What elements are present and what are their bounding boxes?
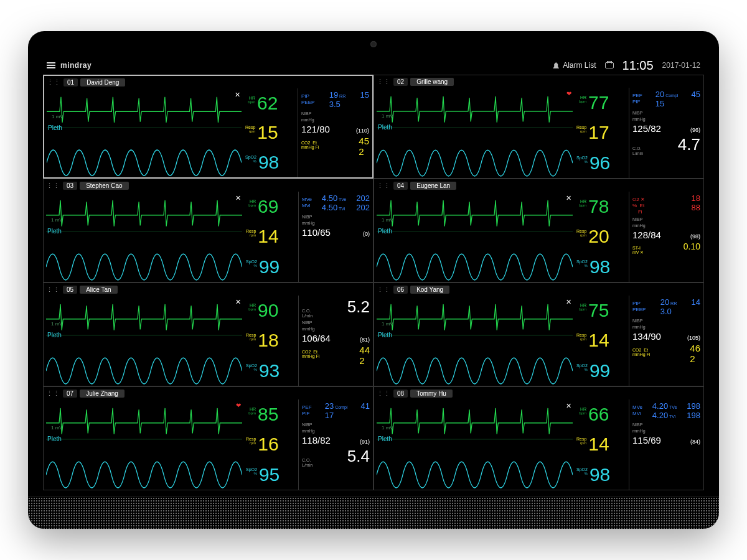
patient-grid: ⋮⋮ 01 David Deng 1 mV Pleth ✕ HRbpm 62 R… (43, 75, 704, 490)
drag-handle-icon[interactable]: ⋮⋮ (46, 390, 60, 398)
patient-name-chip[interactable]: Grille wang (410, 78, 454, 86)
vitals-column: HRbpm 77 Resprpm 17 SpO2% 96 (575, 88, 629, 178)
spo2-reading[interactable]: SpO2% 98 (245, 155, 296, 170)
secondary-panel[interactable]: PIPPEEP 20 RR3.0 14 NIBPmmHg 134/90 (105… (629, 296, 703, 386)
resp-reading[interactable]: Resprpm 16 (246, 437, 297, 452)
secondary-panel[interactable]: PEFPIF 20 Compl15 45 NIBPmmHg 125/82 (96… (629, 88, 703, 178)
waveform-area[interactable]: 1 mV Pleth ✕ (374, 192, 575, 282)
ecg-scale-label: 1 mV (52, 114, 63, 119)
tile-body: 1 mV Pleth ✕ HRbpm 90 Resprpm 18 SpO2% 9… (44, 296, 373, 386)
drag-handle-icon[interactable]: ⋮⋮ (46, 286, 60, 294)
patient-tile[interactable]: ⋮⋮ 07 Julie Zhang 1 mV Pleth ❤ HRbpm 85 … (43, 386, 374, 490)
drag-handle-icon[interactable]: ⋮⋮ (377, 390, 390, 398)
waveform-area[interactable]: 1 mV Pleth ❤ (374, 88, 575, 178)
resp-reading[interactable]: Resprpm 18 (246, 333, 297, 348)
resp-reading[interactable]: Resprpm 14 (246, 229, 297, 245)
patient-name-chip[interactable]: Julie Zhang (80, 390, 125, 398)
tile-body: 1 mV Pleth ✕ HRbpm 66 Resprpm 14 SpO2% 9… (374, 399, 703, 490)
patient-name-chip[interactable]: Tommy Hu (410, 390, 453, 398)
hr-reading[interactable]: HRbpm 69 (246, 199, 297, 215)
hr-reading[interactable]: HRbpm 85 (246, 407, 297, 422)
patient-name-chip[interactable]: David Deng (80, 78, 125, 86)
drag-handle-icon[interactable]: ⋮⋮ (46, 182, 60, 190)
resp-reading[interactable]: Resprpm 14 (576, 333, 627, 348)
hr-reading[interactable]: HRbpm 90 (246, 303, 297, 319)
waveform-area[interactable]: 1 mV Pleth ✕ (44, 296, 245, 386)
drag-handle-icon[interactable]: ⋮⋮ (377, 286, 390, 294)
bed-id-chip[interactable]: 03 (63, 182, 77, 190)
secondary-panel[interactable]: MVeMVi 4.20 TVe4.20 TVi 198198 NIBPmmHg … (629, 399, 703, 490)
spo2-reading[interactable]: SpO2% 98 (576, 259, 627, 275)
patient-tile[interactable]: ⋮⋮ 02 Grille wang 1 mV Pleth ❤ HRbpm 77 … (374, 75, 704, 179)
resp-reading[interactable]: Resprpm 14 (576, 437, 627, 452)
resp-reading[interactable]: Resprpm 17 (576, 125, 627, 141)
secondary-panel[interactable]: PEFPIF 23 Compl17 41 NIBPmmHg 118/82 (91… (298, 399, 373, 490)
hr-reading[interactable]: HRbpm 78 (576, 199, 627, 215)
waveform-area[interactable]: 1 mV Pleth ✕ (374, 399, 575, 490)
spo2-reading[interactable]: SpO2% 95 (246, 467, 297, 483)
screen: mindray Alarm List 11:05 2017-01-12 ⋮⋮ 0… (43, 56, 704, 490)
close-icon: ✕ (566, 194, 571, 202)
tile-header: ⋮⋮ 06 Kod Yang (374, 283, 703, 296)
secondary-panel[interactable]: O2 ✕% Et Fi 1888 NIBPmmHg 128/84 (98) ST… (629, 192, 703, 282)
pleth-label: Pleth (47, 436, 62, 442)
tile-body: 1 mV Pleth ✕ HRbpm 69 Resprpm 14 SpO2% 9… (44, 192, 373, 282)
close-icon: ✕ (566, 298, 571, 306)
hr-reading[interactable]: HRbpm 66 (576, 407, 627, 422)
tile-body: 1 mV Pleth ✕ HRbpm 75 Resprpm 14 SpO2% 9… (374, 296, 703, 386)
header-bar: mindray Alarm List 11:05 2017-01-12 (43, 56, 704, 75)
bed-id-chip[interactable]: 05 (63, 286, 77, 294)
spo2-reading[interactable]: SpO2% 99 (576, 363, 627, 379)
patient-tile[interactable]: ⋮⋮ 03 Stephen Cao 1 mV Pleth ✕ HRbpm 69 … (43, 179, 374, 282)
spo2-reading[interactable]: SpO2% 98 (576, 467, 627, 483)
patient-tile[interactable]: ⋮⋮ 04 Eugene Lan 1 mV Pleth ✕ HRbpm 78 R… (374, 179, 704, 282)
patient-name-chip[interactable]: Stephen Cao (80, 182, 128, 190)
drag-handle-icon[interactable]: ⋮⋮ (47, 78, 60, 86)
spo2-reading[interactable]: SpO2% 93 (246, 363, 297, 379)
bed-id-chip[interactable]: 06 (393, 286, 408, 294)
alarm-list-label: Alarm List (563, 61, 596, 70)
resp-reading[interactable]: Resprpm 20 (576, 229, 627, 245)
alarm-list-button[interactable]: Alarm List (553, 61, 596, 70)
vitals-column: HRbpm 85 Resprpm 16 SpO2% 95 (245, 399, 298, 490)
close-icon: ✕ (566, 402, 571, 410)
waveform-area[interactable]: 1 mV Pleth ✕ (374, 296, 575, 386)
bed-id-chip[interactable]: 08 (393, 390, 408, 398)
patient-tile[interactable]: ⋮⋮ 05 Alice Tan 1 mV Pleth ✕ HRbpm 90 Re… (43, 282, 374, 386)
drag-handle-icon[interactable]: ⋮⋮ (377, 78, 390, 86)
patient-tile[interactable]: ⋮⋮ 06 Kod Yang 1 mV Pleth ✕ HRbpm 75 Res… (374, 282, 704, 386)
spo2-reading[interactable]: SpO2% 99 (246, 259, 297, 275)
menu-button[interactable] (47, 62, 55, 68)
secondary-panel[interactable]: C.O.L/min5.2 NIBPmmHg 106/64 (81)CO2 Etm… (298, 296, 373, 386)
vitals-column: HRbpm 75 Resprpm 14 SpO2% 99 (575, 296, 629, 386)
hr-reading[interactable]: HRbpm 75 (576, 303, 627, 319)
waveform-area[interactable]: 1 mV Pleth ❤ (44, 399, 245, 490)
resp-reading[interactable]: Resprpm 15 (245, 125, 296, 141)
tile-header: ⋮⋮ 01 David Deng (44, 76, 372, 88)
waveform-area[interactable]: 1 mV Pleth ✕ (44, 88, 244, 177)
patient-tile[interactable]: ⋮⋮ 08 Tommy Hu 1 mV Pleth ✕ HRbpm 66 Res… (374, 386, 704, 490)
patient-name-chip[interactable]: Eugene Lan (410, 182, 456, 190)
bed-id-chip[interactable]: 02 (393, 78, 408, 86)
pleth-label: Pleth (47, 228, 62, 235)
pleth-label: Pleth (378, 436, 392, 442)
bed-id-chip[interactable]: 07 (63, 390, 77, 398)
ecg-scale-label: 1 mV (382, 425, 393, 431)
patient-name-chip[interactable]: Kod Yang (410, 286, 449, 294)
drag-handle-icon[interactable]: ⋮⋮ (377, 182, 390, 190)
hr-reading[interactable]: HRbpm 77 (576, 95, 627, 111)
secondary-panel[interactable]: PIPPEEP 19 RR3.5 15 NIBPmmHg 121/80 (110… (298, 88, 372, 177)
patient-name-chip[interactable]: Alice Tan (80, 286, 117, 294)
vitals-column: HRbpm 62 Resprpm 15 SpO2% 98 (244, 88, 298, 177)
bed-id-chip[interactable]: 01 (63, 78, 78, 86)
close-icon: ✕ (235, 298, 241, 306)
secondary-panel[interactable]: MVeMVi 4.50 TVe4.50 TVi 202202 NIBPmmHg … (298, 192, 373, 282)
waveform-area[interactable]: 1 mV Pleth ✕ (44, 192, 245, 282)
patient-tile[interactable]: ⋮⋮ 01 David Deng 1 mV Pleth ✕ HRbpm 62 R… (43, 75, 374, 179)
bed-id-chip[interactable]: 04 (393, 182, 408, 190)
hr-reading[interactable]: HRbpm 62 (245, 96, 296, 111)
spo2-reading[interactable]: SpO2% 96 (576, 156, 627, 171)
print-button[interactable] (605, 62, 614, 68)
vitals-column: HRbpm 66 Resprpm 14 SpO2% 98 (575, 399, 629, 490)
heart-icon: ❤ (566, 90, 571, 97)
